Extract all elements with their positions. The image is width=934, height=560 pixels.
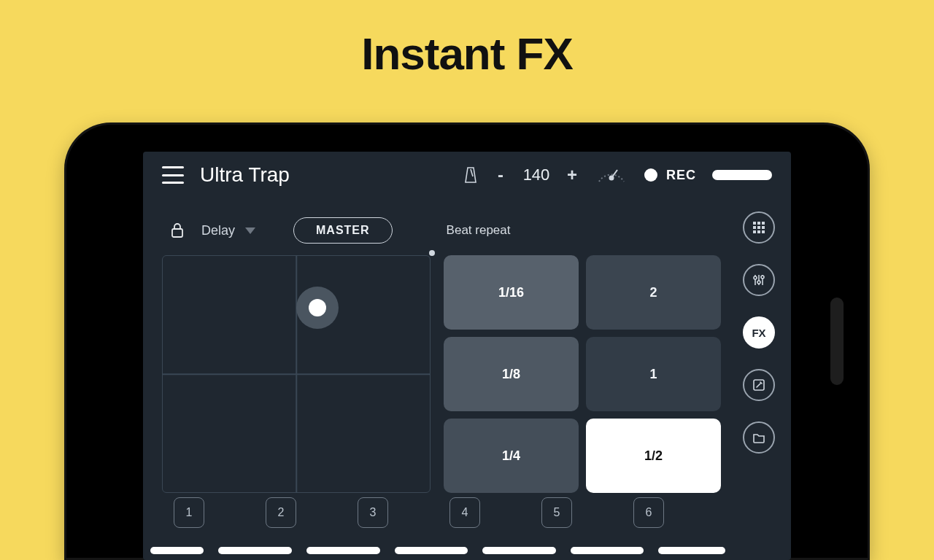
svg-rect-11 <box>757 230 760 233</box>
channel-level-6 <box>571 547 644 554</box>
tempo-minus-button[interactable]: - <box>494 165 507 185</box>
app-screen: Ultra Trap - 140 + <box>143 152 791 560</box>
beat-cell-1-4[interactable]: 1/4 <box>444 419 579 493</box>
project-title: Ultra Trap <box>200 163 290 187</box>
xy-pad-handle[interactable] <box>296 287 339 329</box>
channel-level-4 <box>395 547 468 554</box>
level-gauge-icon[interactable] <box>595 158 628 192</box>
svg-point-14 <box>754 276 757 279</box>
tempo-plus-button[interactable]: + <box>566 165 579 185</box>
channel-row: 1 2 3 4 5 6 <box>162 497 725 531</box>
nav-edit-button[interactable] <box>743 369 775 401</box>
top-bar: Ultra Trap - 140 + <box>143 152 791 198</box>
svg-rect-12 <box>762 230 765 233</box>
chevron-down-icon <box>245 228 255 234</box>
tempo-control: - 140 + <box>494 165 579 185</box>
phone-earpiece <box>830 298 844 385</box>
record-label: REC <box>666 168 696 183</box>
channel-button-5[interactable]: 5 <box>541 497 572 528</box>
channel-level-5 <box>482 547 556 554</box>
svg-point-18 <box>761 276 764 279</box>
svg-rect-6 <box>762 222 765 225</box>
channel-button-1[interactable]: 1 <box>174 497 204 528</box>
channel-button-4[interactable]: 4 <box>449 497 480 528</box>
lock-icon[interactable] <box>171 222 184 238</box>
nav-fx-button[interactable]: FX <box>743 316 775 349</box>
svg-rect-5 <box>757 222 760 225</box>
svg-rect-9 <box>762 226 765 229</box>
channel-level-2 <box>218 547 292 554</box>
xy-pad[interactable] <box>162 255 431 493</box>
record-icon <box>644 168 657 182</box>
channel-button-3[interactable]: 3 <box>358 497 388 528</box>
beat-cell-1-16[interactable]: 1/16 <box>444 255 579 330</box>
channel-button-2[interactable]: 2 <box>266 497 296 528</box>
svg-rect-10 <box>753 230 756 233</box>
svg-line-0 <box>471 169 473 176</box>
nav-pads-button[interactable] <box>743 211 775 244</box>
menu-icon[interactable] <box>162 166 184 184</box>
svg-point-16 <box>757 281 760 284</box>
nav-files-button[interactable] <box>743 421 775 454</box>
channel-level-bars <box>150 547 725 556</box>
master-button[interactable]: MASTER <box>293 217 393 244</box>
beat-repeat-grid: 1/16 2 1/8 1 1/4 1/2 <box>444 255 721 493</box>
hero-title: Instant FX <box>0 28 934 79</box>
svg-rect-3 <box>172 229 182 237</box>
master-level-meter[interactable] <box>712 170 772 180</box>
fx-controls-row: Delay MASTER Beat repeat <box>171 214 725 246</box>
effect-name: Delay <box>201 223 235 238</box>
metronome-icon[interactable] <box>463 166 478 184</box>
beat-cell-1-2[interactable]: 1/2 <box>586 419 721 493</box>
phone-frame: Ultra Trap - 140 + <box>64 122 870 560</box>
svg-rect-7 <box>753 226 756 229</box>
beat-cell-1-8[interactable]: 1/8 <box>444 337 579 411</box>
channel-level-1 <box>150 547 204 554</box>
beat-cell-2[interactable]: 2 <box>586 255 721 330</box>
svg-rect-8 <box>757 226 760 229</box>
svg-rect-4 <box>753 222 756 225</box>
channel-level-7 <box>658 547 725 554</box>
right-nav: FX <box>740 211 778 454</box>
channel-level-3 <box>306 547 380 554</box>
svg-line-2 <box>611 170 617 178</box>
beat-cell-1[interactable]: 1 <box>586 337 721 411</box>
channel-button-6[interactable]: 6 <box>633 497 664 528</box>
effect-dropdown[interactable]: Delay <box>201 223 255 238</box>
tempo-value[interactable]: 140 <box>520 166 552 184</box>
record-button[interactable]: REC <box>644 168 696 183</box>
xy-pad-indicator <box>429 250 435 256</box>
beat-repeat-label: Beat repeat <box>447 223 511 238</box>
nav-mixer-button[interactable] <box>743 264 775 296</box>
